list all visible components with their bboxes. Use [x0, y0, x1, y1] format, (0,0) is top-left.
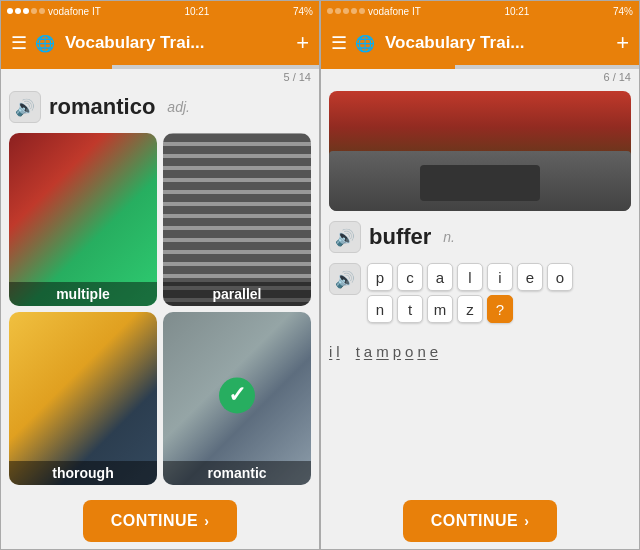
vocab-image-bg [329, 91, 631, 211]
trans-p: p [393, 343, 401, 360]
choice-label-parallel: parallel [163, 282, 311, 306]
status-left-2: vodafone IT [327, 6, 421, 17]
trans-l: l [336, 343, 339, 360]
tile-l[interactable]: l [457, 263, 483, 291]
carrier-1: vodafone IT [48, 6, 101, 17]
choice-thorough[interactable]: thorough [9, 312, 157, 485]
status-right-1: 74% [293, 6, 313, 17]
choice-label-romantic: romantic [163, 461, 311, 485]
content-1: 🔊 romantico adj. multiple parallel thoro… [1, 83, 319, 493]
choice-label-thorough: thorough [9, 461, 157, 485]
carrier-2: vodafone IT [368, 6, 421, 17]
trans-m: m [376, 343, 389, 360]
word-row-2: 🔊 buffer n. [329, 221, 631, 253]
trans-o: o [405, 343, 413, 360]
tile-z[interactable]: z [457, 295, 483, 323]
status-bar-1: vodafone IT 10:21 74% [1, 1, 319, 21]
signal-dots-2 [327, 8, 365, 14]
dot2-3 [343, 8, 349, 14]
dot2-2 [335, 8, 341, 14]
letter-row-2: n t m z ? [367, 295, 631, 323]
dot1 [7, 8, 13, 14]
progress-label-2: 6 / 14 [321, 69, 639, 83]
tile-n[interactable]: n [367, 295, 393, 323]
battery-2: 74% [613, 6, 633, 17]
battery-1: 74% [293, 6, 313, 17]
trans-a: a [364, 343, 372, 360]
phone-2: vodafone IT 10:21 74% ☰ 🌐 Vocabulary Tra… [320, 0, 640, 550]
time-1: 10:21 [184, 6, 209, 17]
trans-n: n [417, 343, 425, 360]
speaker-btn-1[interactable]: 🔊 [9, 91, 41, 123]
footer-2: CONTINUE › [321, 493, 639, 549]
globe-icon-1: 🌐 [35, 34, 55, 53]
continue-arrow-1: › [204, 513, 209, 529]
tile-question[interactable]: ? [487, 295, 513, 323]
image-grid-1: multiple parallel thorough romantic [9, 133, 311, 485]
progress-label-1: 5 / 14 [1, 69, 319, 83]
continue-button-2[interactable]: CONTINUE › [403, 500, 558, 542]
translation-row: i l t a m p o n e [329, 343, 631, 360]
phone-1: vodafone IT 10:21 74% ☰ 🌐 Vocabulary Tra… [0, 0, 320, 550]
choice-romantic[interactable]: romantic [163, 312, 311, 485]
tile-e[interactable]: e [517, 263, 543, 291]
header-title-2: Vocabulary Trai... [385, 33, 608, 53]
hamburger-icon-2[interactable]: ☰ [331, 32, 347, 54]
dot2-1 [327, 8, 333, 14]
globe-icon-2: 🌐 [355, 34, 375, 53]
tile-c[interactable]: c [397, 263, 423, 291]
header-bar-2: ☰ 🌐 Vocabulary Trai... + [321, 21, 639, 65]
dot5 [39, 8, 45, 14]
time-2: 10:21 [504, 6, 529, 17]
status-right-2: 74% [613, 6, 633, 17]
vocab-image [329, 91, 631, 211]
status-bar-2: vodafone IT 10:21 74% [321, 1, 639, 21]
tile-p[interactable]: p [367, 263, 393, 291]
dot2-5 [359, 8, 365, 14]
trans-e: e [430, 343, 438, 360]
header-title-1: Vocabulary Trai... [65, 33, 288, 53]
header-bar-1: ☰ 🌐 Vocabulary Trai... + [1, 21, 319, 65]
continue-label-2: CONTINUE [431, 512, 519, 530]
correct-checkmark [219, 377, 255, 413]
dot2-4 [351, 8, 357, 14]
word-main-2: buffer [369, 224, 431, 250]
word-main-1: romantico [49, 94, 155, 120]
tile-m[interactable]: m [427, 295, 453, 323]
footer-1: CONTINUE › [1, 493, 319, 549]
tile-a[interactable]: a [427, 263, 453, 291]
content-2: 🔊 buffer n. 🔊 p c a l i e o n t [321, 83, 639, 493]
continue-button-1[interactable]: CONTINUE › [83, 500, 238, 542]
trans-t: t [356, 343, 360, 360]
word-pos-1: adj. [167, 99, 190, 115]
dot2 [15, 8, 21, 14]
letter-section: 🔊 p c a l i e o n t m z ? [329, 263, 631, 327]
choice-label-multiple: multiple [9, 282, 157, 306]
hamburger-icon-1[interactable]: ☰ [11, 32, 27, 54]
letter-row-1: p c a l i e o [367, 263, 631, 291]
tile-o[interactable]: o [547, 263, 573, 291]
add-button-1[interactable]: + [296, 32, 309, 54]
tile-i[interactable]: i [487, 263, 513, 291]
dot3 [23, 8, 29, 14]
add-button-2[interactable]: + [616, 32, 629, 54]
choice-multiple[interactable]: multiple [9, 133, 157, 306]
choice-parallel[interactable]: parallel [163, 133, 311, 306]
continue-arrow-2: › [524, 513, 529, 529]
speaker-btn-2[interactable]: 🔊 [329, 221, 361, 253]
trans-il: i [329, 343, 332, 360]
speaker-btn-3[interactable]: 🔊 [329, 263, 361, 295]
continue-label-1: CONTINUE [111, 512, 199, 530]
signal-dots-1 [7, 8, 45, 14]
tile-t[interactable]: t [397, 295, 423, 323]
word-pos-2: n. [443, 229, 455, 245]
dot4 [31, 8, 37, 14]
letter-tiles-area: p c a l i e o n t m z ? [367, 263, 631, 327]
status-left-1: vodafone IT [7, 6, 101, 17]
word-row-1: 🔊 romantico adj. [9, 91, 311, 123]
